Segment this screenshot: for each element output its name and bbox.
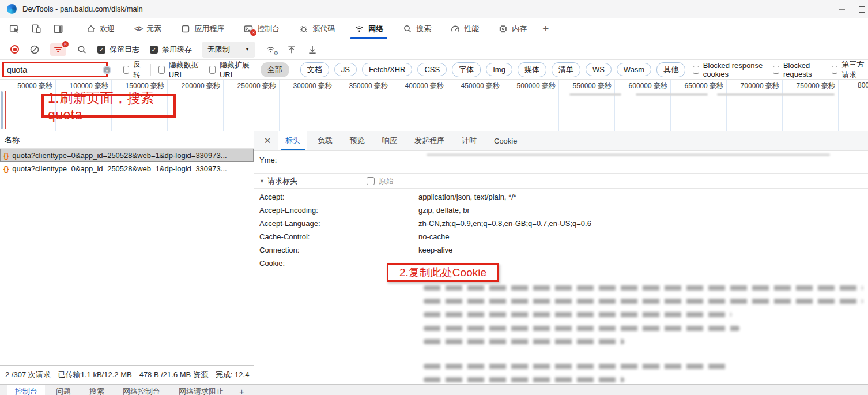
blocked-requests-checkbox[interactable]: Blocked requests	[773, 61, 824, 78]
blocked-response-cookies-label: Blocked response cookies	[703, 61, 766, 78]
drawer-tab-request-blocking[interactable]: 网络请求阻止	[171, 385, 231, 395]
request-name: quota?clienttype=0&app_id=250528&web=1&d…	[12, 164, 227, 173]
filter-pill-doc[interactable]: 文档	[300, 62, 329, 77]
request-row[interactable]: {} quota?clienttype=0&app_id=250528&web=…	[0, 162, 254, 175]
redacted-cookie-line	[424, 299, 863, 304]
tab-search[interactable]: 搜索	[395, 18, 439, 39]
preserve-log-checkbox[interactable]: 保留日志	[97, 44, 139, 55]
load-event-marker	[5, 91, 6, 129]
header-row: Connection: keep-alive	[254, 243, 868, 257]
header-row: Accept-Language: zh-CN,zh;q=0.9,en;q=0.8…	[254, 217, 868, 230]
partial-header-name: Yme:	[259, 156, 277, 164]
tab-welcome-label: 欢迎	[100, 24, 115, 34]
hide-data-urls-checkbox[interactable]: 隐藏数据 URL	[158, 60, 202, 79]
tab-search-label: 搜索	[416, 24, 431, 34]
detail-tab-cookie[interactable]: Cookie	[487, 131, 524, 150]
drawer-more-tabs-button[interactable]: +	[235, 385, 249, 395]
clear-network-log-button[interactable]	[29, 44, 40, 55]
transferred-size: 已传输1.1 kB/12.2 MB	[58, 370, 132, 380]
tab-elements[interactable]: </> 元素	[127, 18, 169, 39]
raw-headers-checkbox[interactable]: 原始	[367, 176, 394, 186]
network-conditions-button[interactable]: ⚙	[265, 45, 276, 54]
console-error-badge	[250, 29, 256, 36]
request-name: quota?clienttype=0&app_id=250528&web=1&d…	[12, 151, 227, 160]
filter-pill-ws[interactable]: WS	[586, 63, 612, 76]
tab-memory[interactable]: 内存	[491, 18, 534, 39]
filter-pill-img[interactable]: Img	[486, 63, 512, 76]
filter-pill-wasm[interactable]: Wasm	[617, 63, 651, 76]
minimize-button[interactable]	[832, 0, 852, 18]
tab-network[interactable]: 网络	[347, 18, 391, 39]
drawer-tab-console[interactable]: 控制台	[7, 385, 45, 395]
checkbox-unchecked-icon	[773, 66, 779, 74]
redacted-cookie-line	[424, 377, 624, 382]
name-column-header[interactable]: 名称	[0, 131, 254, 149]
detail-tab-initiator[interactable]: 发起程序	[407, 131, 451, 150]
divider	[295, 64, 295, 76]
request-headers-section[interactable]: ▼ 请求标头 原始	[254, 173, 868, 189]
disable-cache-checkbox[interactable]: 禁用缓存	[150, 44, 192, 55]
drawer-tab-issues[interactable]: 问题	[48, 385, 78, 395]
filter-pill-manifest[interactable]: 清单	[552, 62, 580, 77]
search-network-button[interactable]	[77, 44, 87, 55]
invert-filter-checkbox[interactable]: 反转	[123, 59, 143, 80]
export-har-button[interactable]	[307, 44, 318, 55]
header-value: application/json, text/plain, */*	[418, 193, 868, 201]
header-name: Accept:	[254, 193, 418, 201]
third-party-requests-checkbox[interactable]: 第三方请求	[832, 59, 868, 80]
tab-performance[interactable]: 性能	[443, 18, 486, 39]
filter-pill-all[interactable]: 全部	[261, 62, 289, 77]
application-icon	[181, 24, 190, 33]
throttling-select[interactable]: 无限制 ▼	[202, 42, 255, 58]
tab-sources[interactable]: 源代码	[292, 18, 342, 39]
timeline-tick: 500000 毫秒	[517, 82, 556, 90]
tab-performance-label: 性能	[464, 24, 479, 34]
filter-pill-media[interactable]: 媒体	[518, 62, 546, 77]
header-rows: Accept: application/json, text/plain, */…	[254, 190, 868, 270]
filter-input[interactable]: quota ×	[2, 62, 108, 77]
window-title: DevTools - pan.baidu.com/disk/main	[22, 5, 143, 13]
header-row: Accept-Encoding: gzip, deflate, br	[254, 204, 868, 217]
network-overview-strip[interactable]: 50000 毫秒 100000 毫秒 150000 毫秒 200000 毫秒 2…	[0, 80, 868, 131]
tab-console-label: 控制台	[257, 24, 280, 34]
detail-tab-headers[interactable]: 标头	[278, 131, 307, 150]
invert-label: 反转	[133, 59, 143, 80]
detail-tab-response[interactable]: 响应	[375, 131, 404, 150]
device-toolbar-icon[interactable]	[30, 22, 43, 35]
inspect-element-icon[interactable]	[8, 22, 21, 35]
detail-tab-preview[interactable]: 预览	[343, 131, 372, 150]
overview-activity-bar	[717, 93, 835, 96]
filter-pill-js[interactable]: JS	[334, 63, 357, 76]
tab-console[interactable]: 控制台	[236, 18, 287, 39]
timeline-tick: 350000 毫秒	[349, 82, 388, 90]
dock-side-icon[interactable]	[52, 22, 65, 35]
clear-filter-icon[interactable]: ×	[103, 66, 111, 74]
drawer-tab-network-console[interactable]: 网络控制台	[115, 385, 168, 395]
filter-pill-other[interactable]: 其他	[656, 62, 685, 77]
filter-pill-css[interactable]: CSS	[417, 63, 447, 76]
drawer-tab-search[interactable]: 搜索	[82, 385, 112, 395]
tab-application[interactable]: 应用程序	[173, 18, 232, 39]
hide-data-urls-label: 隐藏数据 URL	[169, 60, 202, 79]
redacted-cookie-line	[424, 364, 728, 369]
redacted-cookie-line	[424, 312, 731, 317]
request-row-selected[interactable]: {} quota?clienttype=0&app_id=250528&web=…	[0, 149, 254, 162]
record-network-log-button[interactable]	[10, 45, 19, 54]
detail-tab-payload[interactable]: 负载	[311, 131, 339, 150]
filter-toggle-button[interactable]	[50, 43, 66, 56]
maximize-button[interactable]	[852, 0, 868, 18]
close-icon[interactable]: ✕	[260, 133, 275, 148]
hide-extension-urls-checkbox[interactable]: 隐藏扩展 URL	[209, 60, 252, 79]
blocked-response-cookies-checkbox[interactable]: Blocked response cookies	[693, 61, 765, 78]
more-tabs-button[interactable]: +	[537, 22, 554, 35]
import-har-button[interactable]	[286, 44, 297, 55]
filter-active-badge	[62, 41, 69, 47]
checkbox-checked-icon	[97, 46, 105, 54]
tab-welcome[interactable]: 欢迎	[79, 18, 122, 39]
filter-pill-font[interactable]: 字体	[452, 62, 481, 77]
header-name: Connection:	[254, 246, 418, 254]
request-headers-title: 请求标头	[267, 176, 297, 186]
header-value: gzip, deflate, br	[418, 206, 868, 215]
filter-pill-fetch-xhr[interactable]: Fetch/XHR	[362, 63, 413, 76]
detail-tab-timing[interactable]: 计时	[455, 131, 484, 150]
